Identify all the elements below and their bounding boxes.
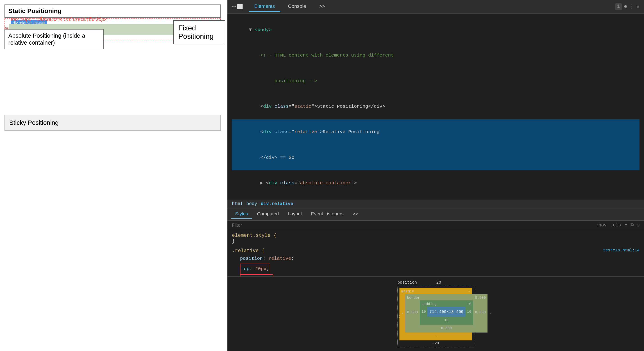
- bm-border-bottom: 0.800: [441, 326, 452, 330]
- bm-margin-bottom: -: [434, 334, 437, 338]
- bm-position-top: 20: [436, 280, 441, 285]
- dom-line-static[interactable]: <div class="static">Static Positioning</…: [232, 94, 640, 119]
- tab-event-listeners[interactable]: Event Listeners: [307, 209, 348, 219]
- element-style-selector: element.style {: [232, 233, 276, 238]
- dom-line-absolute[interactable]: ▶ <div class="absolute-container">: [232, 170, 640, 196]
- bm-padding-top: 10: [467, 302, 471, 306]
- bm-position-bottom: -20: [432, 341, 439, 345]
- sticky-box: Sticky Positioning: [4, 115, 221, 131]
- cursor-icon[interactable]: ⊹: [232, 4, 236, 10]
- badge-icon: 1: [615, 4, 622, 10]
- more-icon[interactable]: ⋮: [629, 4, 634, 10]
- css-top-line: top: 20px;: [232, 264, 640, 274]
- bm-padding-label: padding: [422, 302, 436, 306]
- bm-content-dim: 714.400×18.400: [430, 309, 464, 314]
- absolute-box: Absolute Positioning (inside a relative …: [4, 29, 104, 49]
- filter-cls[interactable]: .cls: [610, 223, 621, 228]
- sticky-label: Sticky Positioning: [9, 119, 58, 126]
- css-rules: element.style { } testcss.html:14 .relat…: [228, 230, 644, 276]
- static-label: Static Positioning: [8, 8, 62, 15]
- breadcrumb-div-relative[interactable]: div.relative: [261, 201, 293, 206]
- relative-rule: testcss.html:14 .relative { position: re…: [232, 248, 640, 276]
- bm-border-val: 0.800: [475, 296, 486, 300]
- bm-margin-label: margin: [401, 289, 414, 293]
- breadcrumb-html[interactable]: html: [232, 201, 243, 206]
- breadcrumb: html body div.relative: [228, 200, 644, 208]
- css-position-line: position: relative;: [232, 254, 640, 264]
- tab-console[interactable]: Console: [282, 2, 312, 12]
- inspect-icon[interactable]: ⬜: [237, 4, 243, 10]
- fixed-label: Fixed Positioning: [178, 24, 214, 40]
- tab-styles[interactable]: Styles: [231, 209, 252, 219]
- box-model-container: position 20 20 -20 margin -: [228, 276, 644, 351]
- bm-pad-left: 10: [422, 310, 426, 314]
- devtools-panel: ⊹ ⬜ Elements Console >> 1 ⚙ ⋮ ✕ ▼ <body>…: [228, 0, 644, 351]
- expand-arrow-body: ▼: [249, 27, 255, 33]
- dom-line-body[interactable]: ▼ <body>: [232, 17, 640, 43]
- relative-rule-source[interactable]: testcss.html:14: [603, 248, 640, 252]
- filter-input[interactable]: [232, 223, 592, 228]
- bm-margin-left-val: -: [401, 311, 404, 315]
- tab-computed[interactable]: Computed: [253, 209, 283, 219]
- bm-padding-bottom: 10: [444, 318, 448, 322]
- settings-icon[interactable]: ⚙: [624, 4, 627, 10]
- bm-border-layer: border 0.800 0.800 padding: [405, 294, 488, 332]
- dom-line-relative-selected[interactable]: <div class="relative">Relative Positioni…: [232, 119, 640, 145]
- tab-elements[interactable]: Elements: [249, 2, 280, 12]
- tab-layout[interactable]: Layout: [284, 209, 306, 219]
- bm-border-right: 0.800: [475, 310, 486, 314]
- tab-more[interactable]: >>: [314, 2, 330, 12]
- bm-content: 714.400×18.400: [427, 307, 466, 317]
- dom-line-comment1: <!-- HTML content with elements using di…: [232, 43, 640, 68]
- fixed-box: Fixed Positioning: [174, 20, 225, 44]
- element-style-close: }: [232, 238, 235, 244]
- add-rule-icon[interactable]: +: [625, 222, 627, 228]
- relative-selector: .relative {: [232, 248, 264, 254]
- element-style-rule: element.style { }: [232, 233, 640, 244]
- bm-pad-right: 10: [467, 310, 471, 314]
- bm-border-label: border: [407, 296, 420, 300]
- bm-padding-layer: padding 10 10 714.400×18.400: [420, 300, 473, 325]
- filter-bar: :hov .cls + ⧉ ⊡: [228, 221, 644, 230]
- styles-panel: Styles Computed Layout Event Listeners >…: [228, 208, 644, 351]
- bm-margin-layer: margin - - border 0.800: [400, 288, 472, 340]
- toggle-icon[interactable]: ⊡: [637, 222, 640, 228]
- dom-line-comment2: positioning -->: [232, 68, 640, 94]
- tab-more-styles[interactable]: >>: [348, 209, 362, 219]
- css-left-line: left: 20px;: [232, 274, 640, 276]
- bm-border-left: 0.800: [407, 310, 418, 314]
- close-icon[interactable]: ✕: [636, 4, 640, 10]
- devtools-topbar: ⊹ ⬜ Elements Console >> 1 ⚙ ⋮ ✕: [228, 0, 644, 14]
- filter-hov[interactable]: :hov: [596, 223, 606, 228]
- absolute-label: Absolute Positioning (inside a relative …: [8, 32, 85, 46]
- style-tabs: Styles Computed Layout Event Listeners >…: [228, 208, 644, 221]
- box-model-diagram: position 20 20 -20 margin -: [398, 280, 474, 347]
- bm-margin-right-val: -: [489, 311, 492, 315]
- browser-panel: Static Positioning div.relative 786×40 t…: [0, 0, 228, 351]
- bm-margin-top: -: [468, 289, 470, 293]
- dom-tree: ▼ <body> <!-- HTML content with elements…: [228, 14, 644, 200]
- bm-position-label: position: [398, 280, 417, 285]
- dom-line-relative-close[interactable]: </div> == $0: [232, 145, 640, 170]
- copy-icon[interactable]: ⧉: [630, 222, 634, 228]
- bm-position-layer: 20 -20 margin - - bo: [398, 286, 474, 347]
- breadcrumb-body[interactable]: body: [246, 201, 257, 206]
